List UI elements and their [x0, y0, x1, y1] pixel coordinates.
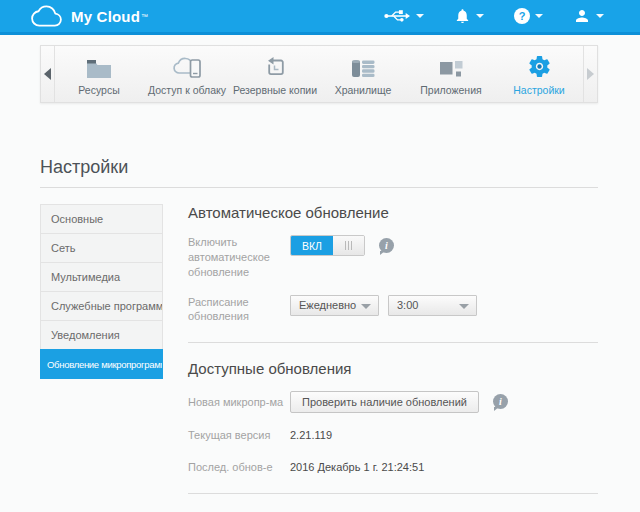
auto-update-toggle[interactable]: ВКЛ [290, 235, 365, 256]
gear-icon [527, 53, 552, 79]
apps-squares-icon [439, 53, 463, 79]
page-title: Настройки [40, 101, 640, 178]
current-version-label: Текущая версия [188, 428, 284, 443]
sidebar-item-firmware-update[interactable]: Обновление микропрограммы [40, 349, 163, 379]
enable-auto-update-label: Включить автоматическое обновление [188, 235, 284, 280]
last-update-label: Послед. обнов-е [188, 460, 284, 475]
alerts-menu-button[interactable] [454, 7, 484, 25]
sidebar-item-label: Обновление микропрограммы [47, 359, 163, 370]
sidebar-item-utilities[interactable]: Служебные программы [40, 291, 163, 321]
settings-content: Автоматическое обновление Включить автом… [188, 204, 598, 512]
section-divider [188, 342, 598, 343]
bell-icon [454, 7, 471, 25]
frequency-dropdown[interactable]: Ежедневно [290, 295, 379, 316]
sidebar-item-label: Мультимедиа [51, 271, 120, 283]
nav-item-resources[interactable]: Ресурсы [55, 46, 143, 102]
app-title: My Cloud [71, 8, 140, 25]
toggle-on-segment[interactable]: ВКЛ [291, 236, 333, 255]
setting-row-enable-auto-update: Включить автоматическое обновление ВКЛ i [188, 235, 598, 280]
time-value: 3:00 [397, 299, 418, 311]
time-dropdown[interactable]: 3:00 [388, 295, 477, 316]
nav-item-label: Настройки [513, 84, 565, 96]
nav-item-label: Хранилище [335, 84, 392, 96]
usb-icon [384, 8, 411, 24]
nav-item-apps[interactable]: Приложения [407, 46, 495, 102]
storage-disks-icon [350, 53, 376, 79]
nav-item-cloud-access[interactable]: Доступ к облаку [143, 46, 231, 102]
setting-row-last-update: Послед. обнов-е 2016 Декабрь 1 г. 21:24:… [188, 460, 598, 475]
user-icon [573, 7, 591, 25]
section-title-available-updates: Доступные обновления [188, 360, 598, 377]
sidebar-item-notifications[interactable]: Уведомления [40, 320, 163, 350]
setting-row-new-firmware: Новая микропр-ма Проверить наличие обнов… [188, 391, 598, 413]
app-logo[interactable]: My Cloud ™ [30, 4, 148, 28]
backup-return-icon [264, 53, 287, 79]
sidebar-item-label: Основные [51, 213, 103, 225]
title-divider [40, 187, 598, 188]
topbar: My Cloud ™ ? [0, 0, 640, 35]
nav-scroll-left-button[interactable] [41, 46, 55, 102]
nav-items: Ресурсы Доступ к облаку Резервные копи [55, 46, 583, 102]
sidebar-item-media[interactable]: Мультимедиа [40, 262, 163, 292]
update-schedule-label: Расписание обновления [188, 295, 284, 325]
nav-item-label: Доступ к облаку [148, 84, 226, 96]
folder-icon [86, 53, 112, 79]
toggle-off-segment[interactable] [333, 236, 364, 255]
nav-item-settings[interactable]: Настройки [495, 46, 583, 102]
cloud-logo-icon [30, 4, 63, 28]
section-title-auto-update: Автоматическое обновление [188, 204, 598, 221]
info-icon[interactable]: i [493, 394, 508, 409]
settings-sidebar: Основные Сеть Мультимедиа Служебные прог… [40, 204, 163, 512]
chevron-down-icon [416, 14, 424, 18]
info-glyph: i [385, 240, 388, 251]
sidebar-item-network[interactable]: Сеть [40, 233, 163, 263]
nav-item-label: Резервные копии [233, 84, 317, 96]
user-menu-button[interactable] [573, 7, 604, 25]
sidebar-item-general[interactable]: Основные [40, 204, 163, 234]
nav-scroll-right-button[interactable] [583, 46, 597, 102]
setting-row-current-version: Текущая версия 2.21.119 [188, 428, 598, 443]
chevron-left-icon [44, 68, 51, 80]
toggle-grip-icon [345, 241, 346, 250]
help-icon: ? [514, 8, 530, 24]
main-nav: Ресурсы Доступ к облаку Резервные копи [40, 45, 598, 103]
usb-menu-button[interactable] [384, 8, 424, 24]
help-menu-button[interactable]: ? [514, 8, 543, 24]
chevron-down-icon [596, 14, 604, 18]
chevron-down-icon [535, 14, 543, 18]
frequency-value: Ежедневно [299, 299, 356, 311]
trademark-symbol: ™ [141, 13, 148, 20]
main-area: Основные Сеть Мультимедиа Служебные прог… [40, 204, 598, 512]
info-glyph: i [499, 396, 502, 407]
nav-item-label: Приложения [420, 84, 481, 96]
setting-row-update-schedule: Расписание обновления Ежедневно 3:00 [188, 295, 598, 325]
info-icon[interactable]: i [379, 238, 394, 253]
chevron-down-icon [476, 14, 484, 18]
check-updates-button[interactable]: Проверить наличие обновлений [290, 391, 479, 413]
chevron-down-icon [459, 304, 469, 309]
sidebar-item-label: Служебные программы [51, 300, 163, 312]
nav-item-storage[interactable]: Хранилище [319, 46, 407, 102]
nav-item-backups[interactable]: Резервные копии [231, 46, 319, 102]
help-glyph: ? [519, 10, 526, 22]
sidebar-item-label: Уведомления [51, 329, 120, 341]
sidebar-item-label: Сеть [51, 242, 75, 254]
nav-item-label: Ресурсы [78, 84, 119, 96]
chevron-right-icon [587, 68, 594, 80]
section-divider [188, 493, 598, 494]
current-version-value: 2.21.119 [290, 428, 332, 441]
topbar-actions: ? [384, 7, 640, 25]
chevron-down-icon [361, 304, 371, 309]
new-firmware-label: Новая микропр-ма [188, 391, 284, 410]
last-update-value: 2016 Декабрь 1 г. 21:24:51 [290, 460, 424, 473]
cloud-device-icon [172, 53, 203, 79]
